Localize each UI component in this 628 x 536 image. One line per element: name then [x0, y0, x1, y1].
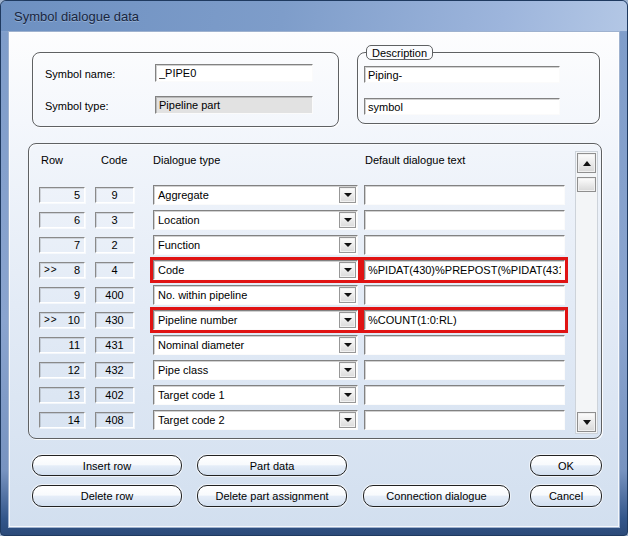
- code-box: 9: [95, 187, 134, 203]
- combobox-value: Target code 1: [158, 389, 225, 401]
- description-group: Description: [357, 52, 600, 124]
- chevron-down-icon: [344, 343, 352, 347]
- combobox-dropdown-button[interactable]: [339, 312, 356, 328]
- row-number: 5: [74, 189, 80, 201]
- row-number-box: >>10: [39, 312, 85, 328]
- scrollbar-down-button[interactable]: [577, 412, 596, 432]
- dialogue-type-combobox[interactable]: Location: [153, 210, 358, 230]
- row-marker: >>: [44, 314, 58, 325]
- table-row: 13402Target code 1: [29, 382, 601, 407]
- default-text-field[interactable]: [364, 260, 565, 280]
- table-row: 59Aggregate: [29, 182, 601, 207]
- part-data-button[interactable]: Part data: [197, 455, 347, 476]
- dialogue-type-combobox[interactable]: Function: [153, 235, 358, 255]
- row-number: 9: [74, 289, 80, 301]
- dialogue-type-combobox[interactable]: Aggregate: [153, 185, 358, 205]
- row-number: 12: [68, 364, 80, 376]
- column-header-code: Code: [101, 154, 127, 166]
- symbol-name-input[interactable]: [155, 64, 313, 82]
- row-number-box: 11: [39, 337, 85, 353]
- combobox-dropdown-button[interactable]: [339, 237, 356, 253]
- code-box: 430: [95, 312, 134, 328]
- cancel-button[interactable]: Cancel: [530, 485, 602, 507]
- row-marker: >>: [44, 264, 58, 275]
- chevron-down-icon: [344, 293, 352, 297]
- arrow-down-icon: [583, 420, 591, 425]
- title-bar[interactable]: Symbol dialogue data: [1, 1, 627, 31]
- table-row: >>84Code: [29, 257, 601, 282]
- combobox-dropdown-button[interactable]: [339, 412, 356, 428]
- combobox-value: Location: [158, 214, 200, 226]
- table-scrollbar[interactable]: [575, 151, 598, 434]
- row-number: 14: [68, 414, 80, 426]
- default-text-field[interactable]: [364, 185, 565, 205]
- arrow-up-icon: [583, 161, 591, 166]
- column-header-default-text: Default dialogue text: [365, 154, 465, 166]
- symbol-name-label: Symbol name:: [45, 68, 115, 80]
- combobox-dropdown-button[interactable]: [339, 287, 356, 303]
- default-text-field[interactable]: [364, 210, 565, 230]
- table-row: 14408Target code 2: [29, 407, 601, 432]
- column-header-row: Row: [41, 154, 63, 166]
- dialogue-type-combobox[interactable]: Pipe class: [153, 360, 358, 380]
- default-text-field[interactable]: [364, 385, 565, 405]
- row-number-box: 9: [39, 287, 85, 303]
- dialogue-type-combobox[interactable]: No. within pipeline: [153, 285, 358, 305]
- dialogue-type-combobox[interactable]: Target code 1: [153, 385, 358, 405]
- combobox-dropdown-button[interactable]: [339, 387, 356, 403]
- description-line2-input[interactable]: [364, 98, 560, 115]
- default-text-field[interactable]: [364, 410, 565, 430]
- scrollbar-up-button[interactable]: [577, 153, 596, 173]
- dialog-window: Symbol dialogue data Symbol name: Symbol…: [0, 0, 628, 536]
- combobox-dropdown-button[interactable]: [339, 212, 356, 228]
- combobox-dropdown-button[interactable]: [339, 262, 356, 278]
- dialogue-type-combobox[interactable]: Target code 2: [153, 410, 358, 430]
- row-number-box: 6: [39, 212, 85, 228]
- code-box: 3: [95, 212, 134, 228]
- table-row: >>10430Pipeline number: [29, 307, 601, 332]
- chevron-down-icon: [344, 218, 352, 222]
- chevron-down-icon: [344, 193, 352, 197]
- window-title: Symbol dialogue data: [14, 9, 139, 24]
- row-number: 13: [68, 389, 80, 401]
- default-text-field[interactable]: [364, 360, 565, 380]
- table-row: 9400No. within pipeline: [29, 282, 601, 307]
- combobox-dropdown-button[interactable]: [339, 337, 356, 353]
- combobox-value: Pipe class: [158, 364, 208, 376]
- description-line1-input[interactable]: [364, 66, 560, 83]
- code-box: 431: [95, 337, 134, 353]
- dialogue-type-combobox[interactable]: Pipeline number: [153, 310, 358, 330]
- dialogue-type-combobox[interactable]: Code: [153, 260, 358, 280]
- connection-dialogue-button[interactable]: Connection dialogue: [363, 485, 510, 507]
- delete-part-assignment-button[interactable]: Delete part assignment: [197, 485, 347, 507]
- dialogue-type-combobox[interactable]: Nominal diameter: [153, 335, 358, 355]
- row-number: 6: [74, 214, 80, 226]
- symbol-type-field: [155, 96, 313, 114]
- row-number: 10: [68, 314, 80, 326]
- dialogue-rows: 59Aggregate63Location72Function>>84Code9…: [29, 182, 601, 432]
- ok-button[interactable]: OK: [530, 455, 602, 476]
- delete-row-button[interactable]: Delete row: [32, 485, 182, 507]
- row-number-box: 5: [39, 187, 85, 203]
- code-box: 402: [95, 387, 134, 403]
- combobox-value: Nominal diameter: [158, 339, 244, 351]
- combobox-value: No. within pipeline: [158, 289, 247, 301]
- code-box: 2: [95, 237, 134, 253]
- combobox-value: Function: [158, 239, 200, 251]
- insert-row-button[interactable]: Insert row: [32, 455, 182, 476]
- default-text-field[interactable]: [364, 235, 565, 255]
- default-text-field[interactable]: [364, 310, 565, 330]
- symbol-info-group: Symbol name: Symbol type:: [32, 52, 339, 127]
- table-row: 72Function: [29, 232, 601, 257]
- scrollbar-thumb[interactable]: [577, 177, 596, 192]
- column-header-dialogue-type: Dialogue type: [153, 154, 220, 166]
- code-box: 4: [95, 262, 134, 278]
- chevron-down-icon: [344, 243, 352, 247]
- chevron-down-icon: [344, 318, 352, 322]
- default-text-field[interactable]: [364, 285, 565, 305]
- combobox-dropdown-button[interactable]: [339, 187, 356, 203]
- description-group-label: Description: [366, 45, 433, 60]
- combobox-dropdown-button[interactable]: [339, 362, 356, 378]
- default-text-field[interactable]: [364, 335, 565, 355]
- chevron-down-icon: [344, 368, 352, 372]
